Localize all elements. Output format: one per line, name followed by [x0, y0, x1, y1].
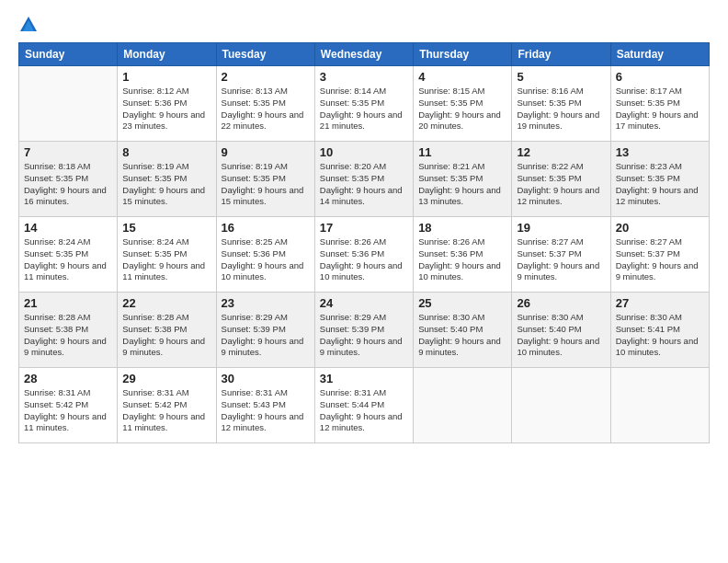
calendar-day-cell: 19Sunrise: 8:27 AMSunset: 5:37 PMDayligh…: [512, 217, 610, 293]
calendar-day-cell: 17Sunrise: 8:26 AMSunset: 5:36 PMDayligh…: [314, 217, 413, 293]
day-number: 5: [517, 70, 605, 84]
calendar-day-cell: 3Sunrise: 8:14 AMSunset: 5:35 PMDaylight…: [314, 66, 413, 142]
calendar-week-row: 1Sunrise: 8:12 AMSunset: 5:36 PMDaylight…: [19, 66, 710, 142]
day-number: 28: [24, 372, 112, 385]
day-number: 16: [222, 221, 310, 235]
day-number: 17: [320, 221, 408, 235]
calendar-day-cell: 20Sunrise: 8:27 AMSunset: 5:37 PMDayligh…: [610, 217, 709, 293]
day-number: 15: [122, 221, 210, 235]
calendar-day-cell: 6Sunrise: 8:17 AMSunset: 5:35 PMDaylight…: [610, 66, 709, 142]
day-number: 10: [320, 145, 408, 159]
day-info: Sunrise: 8:28 AMSunset: 5:38 PMDaylight:…: [24, 312, 112, 359]
day-number: 3: [320, 70, 408, 84]
calendar-day-cell: 5Sunrise: 8:16 AMSunset: 5:35 PMDaylight…: [512, 66, 610, 142]
calendar-day-cell: 26Sunrise: 8:30 AMSunset: 5:40 PMDayligh…: [512, 293, 610, 368]
day-info: Sunrise: 8:18 AMSunset: 5:35 PMDaylight:…: [24, 161, 112, 208]
calendar-day-cell: 10Sunrise: 8:20 AMSunset: 5:35 PMDayligh…: [314, 142, 413, 217]
calendar-day-cell: 25Sunrise: 8:30 AMSunset: 5:40 PMDayligh…: [414, 293, 512, 368]
calendar-day-cell: 2Sunrise: 8:13 AMSunset: 5:35 PMDaylight…: [216, 66, 314, 142]
calendar-header-thursday: Thursday: [414, 43, 512, 66]
calendar-day-cell: [512, 368, 610, 443]
day-info: Sunrise: 8:13 AMSunset: 5:35 PMDaylight:…: [222, 86, 310, 132]
page: SundayMondayTuesdayWednesdayThursdayFrid…: [0, 0, 728, 563]
calendar-day-cell: 23Sunrise: 8:29 AMSunset: 5:39 PMDayligh…: [216, 293, 314, 368]
calendar: SundayMondayTuesdayWednesdayThursdayFrid…: [18, 42, 710, 443]
calendar-week-row: 7Sunrise: 8:18 AMSunset: 5:35 PMDaylight…: [19, 142, 710, 217]
calendar-day-cell: 4Sunrise: 8:15 AMSunset: 5:35 PMDaylight…: [414, 66, 512, 142]
day-number: 25: [418, 296, 506, 310]
day-info: Sunrise: 8:24 AMSunset: 5:35 PMDaylight:…: [122, 236, 210, 283]
calendar-day-cell: 31Sunrise: 8:31 AMSunset: 5:44 PMDayligh…: [314, 368, 413, 443]
day-number: 7: [24, 145, 112, 159]
calendar-day-cell: 7Sunrise: 8:18 AMSunset: 5:35 PMDaylight…: [19, 142, 118, 217]
logo: [18, 15, 42, 35]
calendar-day-cell: 13Sunrise: 8:23 AMSunset: 5:35 PMDayligh…: [610, 142, 709, 217]
calendar-day-cell: 8Sunrise: 8:19 AMSunset: 5:35 PMDaylight…: [118, 142, 216, 217]
day-number: 30: [222, 372, 310, 385]
day-info: Sunrise: 8:31 AMSunset: 5:42 PMDaylight:…: [24, 387, 112, 434]
calendar-header-saturday: Saturday: [610, 43, 709, 66]
day-number: 6: [616, 70, 704, 84]
day-info: Sunrise: 8:30 AMSunset: 5:40 PMDaylight:…: [418, 312, 506, 359]
logo-icon: [18, 15, 39, 35]
day-info: Sunrise: 8:12 AMSunset: 5:36 PMDaylight:…: [122, 86, 210, 132]
calendar-day-cell: 22Sunrise: 8:28 AMSunset: 5:38 PMDayligh…: [118, 293, 216, 368]
day-number: 8: [122, 145, 210, 159]
calendar-header-friday: Friday: [512, 43, 610, 66]
calendar-day-cell: [414, 368, 512, 443]
calendar-week-row: 28Sunrise: 8:31 AMSunset: 5:42 PMDayligh…: [19, 368, 710, 443]
day-info: Sunrise: 8:26 AMSunset: 5:36 PMDaylight:…: [418, 236, 506, 283]
day-number: 27: [616, 296, 704, 310]
day-info: Sunrise: 8:23 AMSunset: 5:35 PMDaylight:…: [616, 161, 704, 208]
calendar-week-row: 14Sunrise: 8:24 AMSunset: 5:35 PMDayligh…: [19, 217, 710, 293]
day-number: 12: [517, 145, 605, 159]
day-number: 22: [122, 296, 210, 310]
calendar-week-row: 21Sunrise: 8:28 AMSunset: 5:38 PMDayligh…: [19, 293, 710, 368]
day-info: Sunrise: 8:16 AMSunset: 5:35 PMDaylight:…: [517, 86, 605, 132]
calendar-day-cell: [19, 66, 118, 142]
day-info: Sunrise: 8:31 AMSunset: 5:44 PMDaylight:…: [320, 387, 408, 434]
day-number: 11: [418, 145, 506, 159]
calendar-day-cell: 24Sunrise: 8:29 AMSunset: 5:39 PMDayligh…: [314, 293, 413, 368]
day-number: 29: [122, 372, 210, 385]
calendar-day-cell: 18Sunrise: 8:26 AMSunset: 5:36 PMDayligh…: [414, 217, 512, 293]
day-number: 18: [418, 221, 506, 235]
calendar-day-cell: [610, 368, 709, 443]
day-info: Sunrise: 8:25 AMSunset: 5:36 PMDaylight:…: [222, 236, 310, 283]
calendar-day-cell: 28Sunrise: 8:31 AMSunset: 5:42 PMDayligh…: [19, 368, 118, 443]
calendar-day-cell: 14Sunrise: 8:24 AMSunset: 5:35 PMDayligh…: [19, 217, 118, 293]
day-info: Sunrise: 8:26 AMSunset: 5:36 PMDaylight:…: [320, 236, 408, 283]
day-info: Sunrise: 8:20 AMSunset: 5:35 PMDaylight:…: [320, 161, 408, 208]
day-number: 13: [616, 145, 704, 159]
day-number: 9: [222, 145, 310, 159]
calendar-day-cell: 11Sunrise: 8:21 AMSunset: 5:35 PMDayligh…: [414, 142, 512, 217]
day-info: Sunrise: 8:31 AMSunset: 5:43 PMDaylight:…: [222, 387, 310, 434]
calendar-header-tuesday: Tuesday: [216, 43, 314, 66]
calendar-header-sunday: Sunday: [19, 43, 118, 66]
day-info: Sunrise: 8:24 AMSunset: 5:35 PMDaylight:…: [24, 236, 112, 283]
calendar-day-cell: 9Sunrise: 8:19 AMSunset: 5:35 PMDaylight…: [216, 142, 314, 217]
day-number: 26: [517, 296, 605, 310]
day-info: Sunrise: 8:27 AMSunset: 5:37 PMDaylight:…: [517, 236, 605, 283]
day-info: Sunrise: 8:29 AMSunset: 5:39 PMDaylight:…: [320, 312, 408, 359]
calendar-day-cell: 30Sunrise: 8:31 AMSunset: 5:43 PMDayligh…: [216, 368, 314, 443]
calendar-day-cell: 12Sunrise: 8:22 AMSunset: 5:35 PMDayligh…: [512, 142, 610, 217]
calendar-day-cell: 15Sunrise: 8:24 AMSunset: 5:35 PMDayligh…: [118, 217, 216, 293]
calendar-day-cell: 1Sunrise: 8:12 AMSunset: 5:36 PMDaylight…: [118, 66, 216, 142]
calendar-header-row: SundayMondayTuesdayWednesdayThursdayFrid…: [19, 43, 710, 66]
day-info: Sunrise: 8:22 AMSunset: 5:35 PMDaylight:…: [517, 161, 605, 208]
header: [18, 15, 710, 35]
day-number: 21: [24, 296, 112, 310]
day-info: Sunrise: 8:15 AMSunset: 5:35 PMDaylight:…: [418, 86, 506, 132]
calendar-day-cell: 29Sunrise: 8:31 AMSunset: 5:42 PMDayligh…: [118, 368, 216, 443]
calendar-day-cell: 21Sunrise: 8:28 AMSunset: 5:38 PMDayligh…: [19, 293, 118, 368]
calendar-header-wednesday: Wednesday: [314, 43, 413, 66]
calendar-day-cell: 27Sunrise: 8:30 AMSunset: 5:41 PMDayligh…: [610, 293, 709, 368]
day-info: Sunrise: 8:14 AMSunset: 5:35 PMDaylight:…: [320, 86, 408, 132]
day-info: Sunrise: 8:30 AMSunset: 5:41 PMDaylight:…: [616, 312, 704, 359]
day-info: Sunrise: 8:27 AMSunset: 5:37 PMDaylight:…: [616, 236, 704, 283]
day-number: 23: [222, 296, 310, 310]
day-info: Sunrise: 8:19 AMSunset: 5:35 PMDaylight:…: [122, 161, 210, 208]
day-info: Sunrise: 8:21 AMSunset: 5:35 PMDaylight:…: [418, 161, 506, 208]
day-number: 20: [616, 221, 704, 235]
